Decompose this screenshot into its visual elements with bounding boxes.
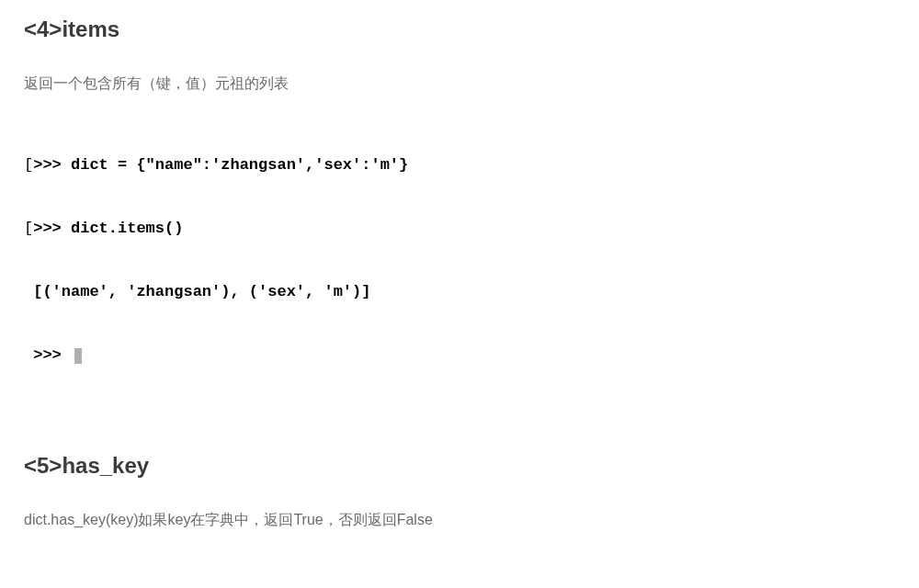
heading-items: <4>items <box>24 17 895 42</box>
bracket-icon <box>24 345 33 367</box>
section-4-items: <4>items 返回一个包含所有（键，值）元祖的列表 [>>> dict = … <box>24 17 895 409</box>
heading-haskey: <5>has_key <box>24 453 895 479</box>
code-line: >>> <box>24 345 895 367</box>
section-5-haskey: <5>has_key dict.has_key(key)如果key在字典中，返回… <box>24 453 895 588</box>
code-line: [('name', 'zhangsan'), ('sex', 'm')] <box>24 282 895 303</box>
desc-items: 返回一个包含所有（键，值）元祖的列表 <box>24 72 895 96</box>
bracket-icon <box>24 282 33 303</box>
code-text: >>> dict.items() <box>33 219 183 240</box>
bracket-icon: [ <box>24 219 33 240</box>
bracket-icon: [ <box>24 155 33 176</box>
desc-haskey: dict.has_key(key)如果key在字典中，返回True，否则返回Fa… <box>24 508 895 532</box>
code-text: >>> dict = {"name":'zhangsan','sex':'m'} <box>33 155 408 176</box>
code-line: [>>> dict = {"name":'zhangsan','sex':'m'… <box>24 155 895 176</box>
code-block-haskey: [>>> dict = {"name":'zhangsan','sex':'m'… <box>24 549 895 588</box>
code-text: [('name', 'zhangsan'), ('sex', 'm')] <box>33 282 370 303</box>
code-line: [>>> dict.items() <box>24 219 895 240</box>
code-block-items: [>>> dict = {"name":'zhangsan','sex':'m'… <box>24 114 895 409</box>
code-text: >>> <box>33 345 71 367</box>
cursor-icon <box>74 348 82 364</box>
